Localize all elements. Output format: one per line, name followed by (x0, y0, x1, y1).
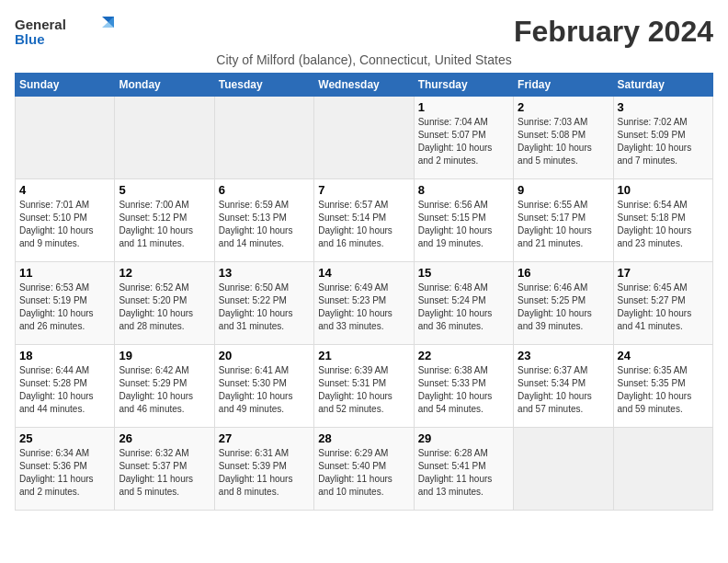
calendar-day: 5Sunrise: 7:00 AM Sunset: 5:12 PM Daylig… (115, 179, 214, 262)
logo: General Blue (15, 15, 125, 48)
calendar-day: 18Sunrise: 6:44 AM Sunset: 5:28 PM Dayli… (16, 345, 115, 428)
calendar-week: 11Sunrise: 6:53 AM Sunset: 5:19 PM Dayli… (16, 262, 713, 345)
weekday-header: Thursday (414, 74, 513, 97)
calendar-day: 9Sunrise: 6:55 AM Sunset: 5:17 PM Daylig… (514, 179, 613, 262)
day-info: Sunrise: 7:03 AM Sunset: 5:08 PM Dayligh… (518, 116, 609, 167)
calendar-day: 26Sunrise: 6:32 AM Sunset: 5:37 PM Dayli… (115, 428, 214, 511)
calendar-day: 16Sunrise: 6:46 AM Sunset: 5:25 PM Dayli… (514, 262, 613, 345)
calendar-day: 3Sunrise: 7:02 AM Sunset: 5:09 PM Daylig… (613, 97, 712, 179)
day-number: 6 (219, 183, 310, 197)
day-number: 2 (518, 100, 609, 114)
day-info: Sunrise: 7:00 AM Sunset: 5:12 PM Dayligh… (119, 199, 210, 250)
day-number: 8 (418, 183, 509, 197)
calendar-day: 14Sunrise: 6:49 AM Sunset: 5:23 PM Dayli… (314, 262, 414, 345)
day-number: 27 (219, 431, 310, 445)
calendar-week: 1Sunrise: 7:04 AM Sunset: 5:07 PM Daylig… (16, 97, 713, 179)
calendar-week: 4Sunrise: 7:01 AM Sunset: 5:10 PM Daylig… (16, 179, 713, 262)
day-number: 1 (418, 100, 509, 114)
day-info: Sunrise: 6:34 AM Sunset: 5:36 PM Dayligh… (19, 447, 110, 499)
calendar-day: 4Sunrise: 7:01 AM Sunset: 5:10 PM Daylig… (16, 179, 115, 262)
calendar-day: 1Sunrise: 7:04 AM Sunset: 5:07 PM Daylig… (414, 97, 513, 179)
day-number: 28 (318, 431, 409, 445)
day-number: 16 (518, 266, 609, 280)
calendar-day: 17Sunrise: 6:45 AM Sunset: 5:27 PM Dayli… (613, 262, 712, 345)
day-number: 19 (119, 349, 210, 362)
day-number: 3 (618, 100, 709, 114)
calendar-day: 7Sunrise: 6:57 AM Sunset: 5:14 PM Daylig… (314, 179, 414, 262)
day-info: Sunrise: 6:48 AM Sunset: 5:24 PM Dayligh… (418, 282, 509, 333)
day-number: 18 (19, 349, 110, 362)
day-number: 14 (318, 266, 409, 280)
day-info: Sunrise: 6:35 AM Sunset: 5:35 PM Dayligh… (618, 364, 709, 416)
day-info: Sunrise: 6:56 AM Sunset: 5:15 PM Dayligh… (418, 199, 509, 250)
calendar-day: 10Sunrise: 6:54 AM Sunset: 5:18 PM Dayli… (613, 179, 712, 262)
calendar-day (115, 97, 214, 179)
month-title: February 2024 (514, 15, 713, 49)
calendar-week: 18Sunrise: 6:44 AM Sunset: 5:28 PM Dayli… (16, 345, 713, 428)
calendar-day: 6Sunrise: 6:59 AM Sunset: 5:13 PM Daylig… (214, 179, 313, 262)
calendar-day: 15Sunrise: 6:48 AM Sunset: 5:24 PM Dayli… (414, 262, 513, 345)
day-number: 26 (119, 431, 210, 445)
header-row: SundayMondayTuesdayWednesdayThursdayFrid… (16, 74, 713, 97)
calendar-day (16, 97, 115, 179)
day-info: Sunrise: 6:49 AM Sunset: 5:23 PM Dayligh… (318, 282, 409, 333)
day-number: 12 (119, 266, 210, 280)
day-info: Sunrise: 6:42 AM Sunset: 5:29 PM Dayligh… (119, 364, 210, 416)
calendar-week: 25Sunrise: 6:34 AM Sunset: 5:36 PM Dayli… (16, 428, 713, 511)
day-info: Sunrise: 6:29 AM Sunset: 5:40 PM Dayligh… (318, 447, 409, 499)
day-info: Sunrise: 6:37 AM Sunset: 5:34 PM Dayligh… (518, 364, 609, 416)
day-number: 9 (518, 183, 609, 197)
calendar-day: 8Sunrise: 6:56 AM Sunset: 5:15 PM Daylig… (414, 179, 513, 262)
logo-svg: General Blue (15, 15, 125, 48)
day-info: Sunrise: 6:46 AM Sunset: 5:25 PM Dayligh… (518, 282, 609, 333)
day-number: 4 (19, 183, 110, 197)
day-number: 11 (19, 266, 110, 280)
calendar-day (514, 428, 613, 511)
day-number: 29 (418, 431, 509, 445)
day-info: Sunrise: 6:39 AM Sunset: 5:31 PM Dayligh… (318, 364, 409, 416)
day-info: Sunrise: 6:31 AM Sunset: 5:39 PM Dayligh… (219, 447, 310, 499)
calendar-day: 11Sunrise: 6:53 AM Sunset: 5:19 PM Dayli… (16, 262, 115, 345)
day-number: 13 (219, 266, 310, 280)
calendar-day: 24Sunrise: 6:35 AM Sunset: 5:35 PM Dayli… (613, 345, 712, 428)
calendar-table: SundayMondayTuesdayWednesdayThursdayFrid… (15, 73, 713, 511)
day-number: 10 (618, 183, 709, 197)
day-number: 7 (318, 183, 409, 197)
day-info: Sunrise: 7:01 AM Sunset: 5:10 PM Dayligh… (19, 199, 110, 250)
day-info: Sunrise: 6:59 AM Sunset: 5:13 PM Dayligh… (219, 199, 310, 250)
day-info: Sunrise: 6:44 AM Sunset: 5:28 PM Dayligh… (19, 364, 110, 416)
day-number: 22 (418, 349, 509, 362)
calendar-day: 25Sunrise: 6:34 AM Sunset: 5:36 PM Dayli… (16, 428, 115, 511)
day-info: Sunrise: 6:28 AM Sunset: 5:41 PM Dayligh… (418, 447, 509, 499)
calendar-day: 13Sunrise: 6:50 AM Sunset: 5:22 PM Dayli… (214, 262, 313, 345)
weekday-header: Tuesday (214, 74, 313, 97)
calendar-day: 21Sunrise: 6:39 AM Sunset: 5:31 PM Dayli… (314, 345, 414, 428)
day-info: Sunrise: 6:32 AM Sunset: 5:37 PM Dayligh… (119, 447, 210, 499)
header: General Blue February 2024 (15, 15, 713, 49)
calendar-day (214, 97, 313, 179)
svg-text:General: General (15, 17, 66, 32)
calendar-day: 22Sunrise: 6:38 AM Sunset: 5:33 PM Dayli… (414, 345, 513, 428)
day-number: 24 (618, 349, 709, 362)
weekday-header: Wednesday (314, 74, 414, 97)
day-number: 21 (318, 349, 409, 362)
day-info: Sunrise: 6:38 AM Sunset: 5:33 PM Dayligh… (418, 364, 509, 416)
day-info: Sunrise: 6:55 AM Sunset: 5:17 PM Dayligh… (518, 199, 609, 250)
day-info: Sunrise: 6:57 AM Sunset: 5:14 PM Dayligh… (318, 199, 409, 250)
day-number: 17 (618, 266, 709, 280)
calendar-day: 19Sunrise: 6:42 AM Sunset: 5:29 PM Dayli… (115, 345, 214, 428)
day-info: Sunrise: 7:02 AM Sunset: 5:09 PM Dayligh… (618, 116, 709, 167)
weekday-header: Monday (115, 74, 214, 97)
calendar-day: 28Sunrise: 6:29 AM Sunset: 5:40 PM Dayli… (314, 428, 414, 511)
day-info: Sunrise: 7:04 AM Sunset: 5:07 PM Dayligh… (418, 116, 509, 167)
calendar-day: 23Sunrise: 6:37 AM Sunset: 5:34 PM Dayli… (514, 345, 613, 428)
calendar-day: 29Sunrise: 6:28 AM Sunset: 5:41 PM Dayli… (414, 428, 513, 511)
day-number: 23 (518, 349, 609, 362)
day-info: Sunrise: 6:54 AM Sunset: 5:18 PM Dayligh… (618, 199, 709, 250)
weekday-header: Saturday (613, 74, 712, 97)
day-number: 5 (119, 183, 210, 197)
calendar-day: 2Sunrise: 7:03 AM Sunset: 5:08 PM Daylig… (514, 97, 613, 179)
subtitle: City of Milford (balance), Connecticut, … (15, 52, 713, 67)
calendar-day (613, 428, 712, 511)
day-number: 20 (219, 349, 310, 362)
